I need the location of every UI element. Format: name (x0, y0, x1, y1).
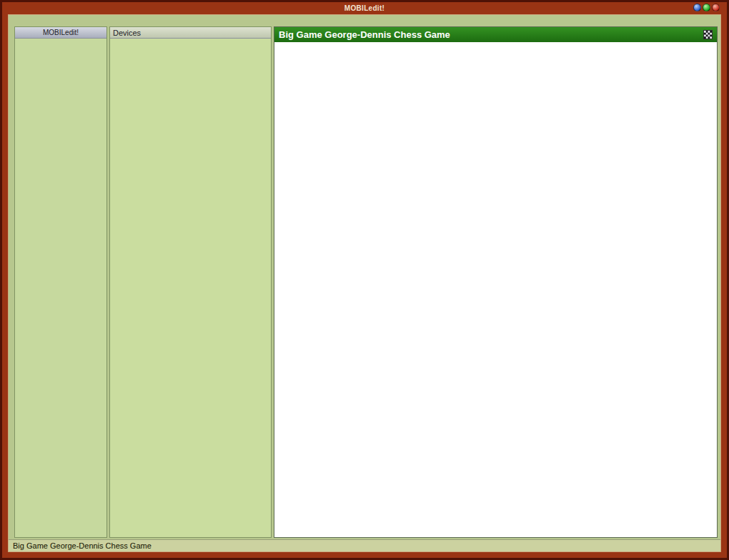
minimize-button-icon[interactable] (693, 4, 701, 11)
status-text: Big Game George-Dennis Chess Game (13, 541, 152, 550)
app-window: MOBILedit! MOBILedit! Devices Big Game G… (0, 0, 729, 560)
title-bar: MOBILedit! (8, 2, 721, 14)
shortcut-sidebar: MOBILedit! (14, 26, 107, 538)
window-controls (693, 4, 720, 11)
devices-tree-panel: Devices (109, 26, 272, 538)
devices-header: Devices (110, 27, 271, 39)
status-bar: Big Game George-Dennis Chess Game (9, 539, 720, 551)
chessboard-icon (703, 30, 713, 39)
chess-panel-header: Big Game George-Dennis Chess Game (274, 27, 717, 42)
window-title: MOBILedit! (344, 4, 385, 12)
chess-game-title: Big Game George-Dennis Chess Game (279, 29, 450, 40)
devices-tree (110, 39, 271, 537)
chess-board (274, 42, 717, 537)
chess-game-panel: Big Game George-Dennis Chess Game (274, 26, 718, 538)
sidebar-header: MOBILedit! (15, 27, 106, 39)
app-body: MOBILedit! Devices Big Game George-Denni… (8, 14, 721, 552)
maximize-button-icon[interactable] (703, 4, 710, 11)
close-button-icon[interactable] (712, 4, 720, 11)
sidebar-items (15, 39, 106, 537)
main-content: MOBILedit! Devices Big Game George-Denni… (9, 25, 720, 539)
